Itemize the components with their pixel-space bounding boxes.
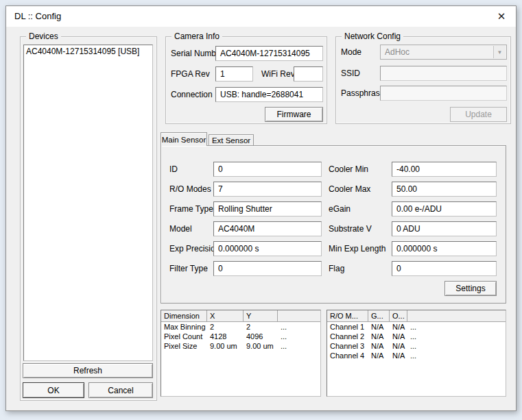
settings-button-label: Settings: [455, 284, 485, 293]
firmware-button-label: Firmware: [277, 110, 311, 119]
cell: ...: [407, 351, 419, 360]
tab-main-sensor[interactable]: Main Sensor: [161, 132, 207, 146]
close-button[interactable]: ✕: [493, 8, 510, 25]
cell: N/A: [368, 342, 390, 350]
update-button-label: Update: [465, 110, 492, 119]
cell: ...: [407, 323, 419, 331]
table-row[interactable]: Channel 4 N/A N/A ...: [327, 351, 506, 360]
main-sensor-panel: [161, 145, 506, 304]
refresh-button[interactable]: Refresh: [23, 363, 153, 378]
refresh-button-label: Refresh: [73, 366, 102, 375]
connection-label: Connection: [171, 87, 213, 102]
dimension-col-header[interactable]: Dimension: [161, 310, 207, 321]
cell: 4128: [207, 332, 244, 341]
ro-table-header: R/O M... G... O...: [327, 310, 506, 322]
cell: 4096: [244, 332, 278, 341]
cell: N/A: [368, 323, 390, 331]
mode-label: Mode: [341, 45, 361, 60]
cell: N/A: [390, 342, 407, 350]
cell: 2: [244, 323, 278, 331]
cell: Max Binning: [161, 323, 207, 331]
network-config-group-label: Network Config: [342, 32, 403, 42]
cell: Channel 1: [327, 323, 368, 331]
ssid-field[interactable]: [380, 66, 507, 81]
x-col-header[interactable]: X: [207, 310, 244, 321]
connection-field[interactable]: USB: handle=2688041: [215, 87, 323, 102]
cell: N/A: [390, 332, 407, 341]
tab-main-sensor-label: Main Sensor: [162, 136, 206, 144]
cancel-button[interactable]: Cancel: [88, 382, 153, 398]
cell: ...: [278, 332, 289, 341]
devices-group-label: Devices: [26, 32, 61, 42]
close-icon: ✕: [497, 10, 506, 23]
cell: N/A: [390, 351, 407, 360]
y-col-header[interactable]: Y: [244, 310, 278, 321]
table-row[interactable]: Channel 3 N/A N/A ...: [327, 341, 506, 351]
cell: ...: [278, 323, 289, 331]
ro-modes-table[interactable]: R/O M... G... O... Channel 1 N/A N/A ...…: [327, 310, 506, 397]
titlebar: DL :: Config ✕: [6, 6, 516, 27]
cell: ...: [407, 342, 419, 350]
table-row[interactable]: Pixel Count 4128 4096 ...: [161, 332, 320, 341]
wifi-rev-label: WiFi Rev: [261, 66, 295, 82]
table-row[interactable]: Max Binning 2 2 ...: [161, 322, 320, 332]
tab-ext-sensor[interactable]: Ext Sensor: [209, 134, 254, 145]
cell: 9.00 um: [207, 342, 244, 350]
table-row[interactable]: Channel 2 N/A N/A ...: [327, 332, 506, 341]
ro-mode-col-header[interactable]: R/O M...: [327, 310, 368, 321]
g-col-header[interactable]: G...: [368, 310, 390, 321]
config-dialog: DL :: Config ✕ Devices AC4040M-127153140…: [5, 5, 517, 411]
cell: Channel 2: [327, 332, 368, 341]
mode-dropdown: AdHoc ▼: [380, 45, 507, 60]
serial-number-field[interactable]: AC4040M-12715314095: [215, 46, 323, 61]
devices-list[interactable]: AC4040M-12715314095 [USB]: [23, 45, 153, 361]
empty-col-header: [407, 310, 506, 321]
settings-button[interactable]: Settings: [444, 281, 497, 296]
cell: Pixel Count: [161, 332, 207, 341]
cell: N/A: [390, 323, 407, 331]
fpga-rev-field[interactable]: 1: [215, 66, 253, 82]
firmware-button[interactable]: Firmware: [265, 107, 323, 122]
o-col-header[interactable]: O...: [390, 310, 407, 321]
cell: N/A: [368, 332, 390, 341]
camera-info-group-label: Camera Info: [171, 32, 222, 42]
window-title: DL :: Config: [14, 6, 61, 27]
empty-col-header: [278, 310, 320, 321]
passphrase-label: Passphrase: [341, 86, 384, 101]
cell: Channel 4: [327, 351, 368, 360]
cell: 9.00 um: [244, 342, 278, 350]
cancel-button-label: Cancel: [108, 386, 133, 395]
ssid-label: SSID: [341, 66, 360, 81]
mode-value: AdHoc: [385, 47, 410, 57]
passphrase-field[interactable]: [380, 86, 507, 101]
fpga-rev-label: FPGA Rev: [171, 66, 210, 82]
update-button: Update: [450, 107, 507, 122]
ok-button-label: OK: [47, 386, 59, 395]
chevron-down-icon: ▼: [493, 46, 506, 58]
device-list-item[interactable]: AC4040M-12715314095 [USB]: [24, 45, 152, 58]
cell: N/A: [368, 351, 390, 360]
table-row[interactable]: Pixel Size 9.00 um 9.00 um ...: [161, 341, 320, 351]
cell: ...: [407, 332, 419, 341]
ok-button[interactable]: OK: [23, 382, 84, 398]
dimension-table[interactable]: Dimension X Y Max Binning 2 2 ... Pixel …: [161, 310, 321, 397]
cell: 2: [207, 323, 244, 331]
cell: Channel 3: [327, 342, 368, 350]
dimension-table-header: Dimension X Y: [161, 310, 320, 322]
tab-ext-sensor-label: Ext Sensor: [212, 136, 250, 145]
table-row[interactable]: Channel 1 N/A N/A ...: [327, 322, 506, 332]
wifi-rev-field[interactable]: [294, 66, 323, 82]
cell: ...: [278, 342, 289, 350]
cell: Pixel Size: [161, 342, 207, 350]
